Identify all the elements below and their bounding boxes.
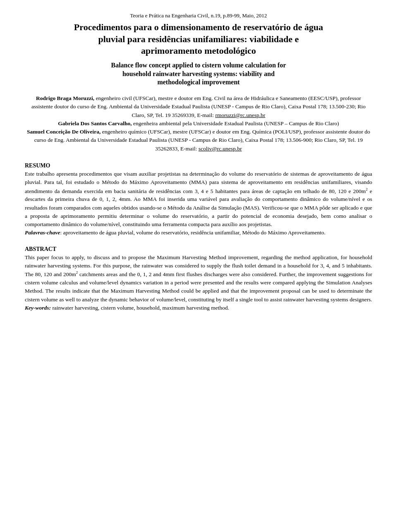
journal-header: Teoria e Prática na Engenharia Civil, n.… <box>25 12 372 19</box>
resumo-title: RESUMO <box>25 161 372 170</box>
moruzzi-email-link[interactable]: rmoruzzi@rc.unesp.br <box>215 112 265 118</box>
moruzzi-name: Rodrigo Braga Moruzzi, <box>36 95 94 101</box>
carvalho-name: Gabriela Dos Santos Carvalho, <box>58 120 132 126</box>
keywords-body: rainwater harvesting, cistern volume, ho… <box>51 305 229 311</box>
palavras-chave: Palavras-chave: aproveitamento de água p… <box>25 229 372 237</box>
carvalho-description: engenheira ambiental pela Universidade E… <box>132 120 339 126</box>
abstract-body: This paper focus to apply, to discuss an… <box>25 253 372 304</box>
carvalho-author: Gabriela Dos Santos Carvalho, engenheira… <box>25 119 372 128</box>
title-english: Balance flow concept applied to cistern … <box>25 61 372 87</box>
keywords-label: Key-words: <box>25 305 51 311</box>
keywords: Key-words: rainwater harvesting, cistern… <box>25 304 372 312</box>
palavras-chave-body: : aproveitamento de água pluvial, volume… <box>60 229 325 236</box>
title-section: Procedimentos para o dimensionamento de … <box>25 21 372 87</box>
abstract-section: ABSTRACT This paper focus to apply, to d… <box>25 245 372 313</box>
abstract-title-para: ABSTRACT <box>25 245 372 253</box>
oliveira-author: Samuel Conceição De Oliveira, engenheiro… <box>25 128 372 153</box>
authors-section: Rodrigo Braga Moruzzi, engenheiro civil … <box>25 94 372 153</box>
palavras-chave-label: Palavras-chave <box>25 229 60 236</box>
resumo-section: RESUMO Este trabalho apresenta procedime… <box>25 161 372 237</box>
resumo-body: Este trabalho apresenta procedimentos qu… <box>25 170 372 229</box>
oliveira-email-link[interactable]: scoliv@rc.unesp.br <box>198 146 242 152</box>
oliveira-name: Samuel Conceição De Oliveira, <box>27 129 100 135</box>
moruzzi-author: Rodrigo Braga Moruzzi, engenheiro civil … <box>25 94 372 119</box>
title-portuguese: Procedimentos para o dimensionamento de … <box>25 21 372 57</box>
